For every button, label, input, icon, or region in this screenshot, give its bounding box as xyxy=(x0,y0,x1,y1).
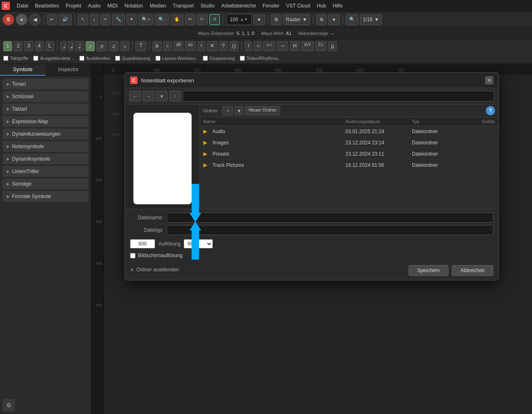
menu-transport[interactable]: Transport xyxy=(170,2,197,10)
file-row-presets[interactable]: Presets 23.12.2024 23:11 Dateiordner xyxy=(200,149,498,160)
browser-view-button[interactable]: ≡ xyxy=(222,106,233,115)
btn-arrow-left[interactable]: ◀ xyxy=(29,14,41,25)
btn-pointer[interactable]: ↖ xyxy=(78,14,88,25)
btn-speaker[interactable]: 🔊 xyxy=(59,14,71,25)
note-half[interactable]: 𝅘𝅥 xyxy=(68,41,74,51)
btn-circle[interactable]: ● xyxy=(16,14,27,25)
tab-inspector[interactable]: Inspector xyxy=(46,64,91,76)
tempo-counter[interactable]: 100 ▲▼ xyxy=(226,14,252,25)
acc-question[interactable]: ? xyxy=(219,41,228,51)
file-row-audio[interactable]: Audio 03.01.2025 21:24 Dateiordner xyxy=(200,126,498,137)
h-btn[interactable]: H xyxy=(290,41,299,51)
nav-forward-button[interactable]: → xyxy=(143,91,154,102)
panel-item-sonstige[interactable]: ▶ Sonstige xyxy=(2,178,89,189)
new-folder-button[interactable]: Neuer Ordner xyxy=(245,106,280,115)
nav-dropdown-button[interactable]: ▾ xyxy=(156,91,167,102)
screen-resolution-checkbox[interactable] xyxy=(130,253,135,258)
dialog-close-button[interactable]: ✕ xyxy=(485,76,493,84)
path-bar[interactable] xyxy=(182,91,494,102)
btn-eraser[interactable]: ✦ xyxy=(126,14,137,25)
menu-studio[interactable]: Studio xyxy=(197,2,218,10)
checkbox-ausblenden[interactable]: Ausblenden xyxy=(79,56,110,61)
menu-bearbeiten[interactable]: Bearbeiten xyxy=(32,2,62,10)
raster-dropdown[interactable]: Raster ▼ xyxy=(283,14,310,25)
menu-hilfe[interactable]: Hilfe xyxy=(329,2,346,10)
text-btn[interactable]: T xyxy=(135,41,146,51)
menu-vst-cloud[interactable]: VST Cloud xyxy=(283,2,314,10)
nav-back-button[interactable]: ← xyxy=(129,91,141,102)
acc-natural[interactable]: ♮ xyxy=(197,41,205,51)
file-row-images[interactable]: Images 23.12.2024 23:14 Dateiordner xyxy=(200,137,498,149)
panel-item-schluessel[interactable]: ▶ Schlüssel xyxy=(2,91,89,102)
sharp-c-btn[interactable]: C♯ xyxy=(315,41,326,51)
menu-fenster[interactable]: Fenster xyxy=(259,2,283,10)
btn-playhead[interactable]: ⊢ xyxy=(197,14,208,25)
checkbox-teilen[interactable]: Teilen/Rhythmu.. xyxy=(240,56,281,61)
checkbox-taktgriffe[interactable]: Taktgriffe xyxy=(3,56,28,61)
browser-view-dropdown[interactable]: ▼ xyxy=(235,106,243,115)
help-button[interactable]: ? xyxy=(486,106,495,115)
tab-symbole[interactable]: Symbole xyxy=(0,64,46,76)
btn-metronome-arrow[interactable]: ▼ xyxy=(254,14,265,25)
lr-arrow[interactable]: ↔ xyxy=(277,41,288,51)
panel-item-dynamiksymbole[interactable]: ▶ Dynamiksymbole xyxy=(2,154,89,164)
acc-paren[interactable]: () xyxy=(229,41,239,51)
checkbox-gruppierung[interactable]: Gruppierung xyxy=(203,56,235,61)
panel-item-taktart[interactable]: ▶ Taktart xyxy=(2,104,89,114)
gear-button[interactable]: ⚙ xyxy=(2,399,15,412)
btn-raster-icon[interactable]: ⊞ xyxy=(271,14,281,25)
screen-resolution-row[interactable]: Bildschirmauflösung xyxy=(130,253,493,258)
page-btn-4[interactable]: 4 xyxy=(35,41,44,51)
btn-pencil[interactable]: ✏ xyxy=(185,14,195,25)
acc-no[interactable]: no xyxy=(185,41,195,51)
acc-off[interactable]: off xyxy=(173,41,184,51)
note-whole[interactable]: 𝅗𝅥 xyxy=(60,41,66,51)
file-row-track-pictures[interactable]: Track Pictures 16.12.2024 01:56 Dateiord… xyxy=(200,160,498,171)
acc-flat[interactable]: ♭ xyxy=(163,41,172,51)
sixteenth-r[interactable]: ♬♫ xyxy=(263,41,275,51)
btn-grid-dropdown[interactable]: ▼ xyxy=(328,14,340,25)
cancel-button[interactable]: Abbrechen xyxy=(452,265,493,276)
btn-grid-icon[interactable]: ⊞ xyxy=(316,14,327,25)
u-btn[interactable]: u xyxy=(328,41,337,51)
grid-value-dropdown[interactable]: 1/16 ▼ xyxy=(360,14,382,25)
nav-up-button[interactable]: ↑ xyxy=(169,91,181,102)
btn-nudge-left[interactable]: ⇤ xyxy=(47,14,57,25)
panel-item-tonart[interactable]: ▶ Tonart xyxy=(2,79,89,89)
btn-search-icon[interactable]: 🔍 xyxy=(346,14,358,25)
menu-projekt[interactable]: Projekt xyxy=(62,2,84,10)
note-eighth[interactable]: ♪ xyxy=(86,41,95,51)
acc-doubleflat[interactable]: 𝄫 xyxy=(153,41,162,51)
btn-s[interactable]: S xyxy=(2,14,14,25)
menu-datei[interactable]: Datei xyxy=(13,2,32,10)
panel-item-dynamikzuweisungen[interactable]: ▶ Dynamikzuweisungen xyxy=(2,129,89,139)
panel-item-formale-symbole[interactable]: ▶ Formale Symbole xyxy=(2,191,89,202)
page-btn-L[interactable]: L xyxy=(45,41,54,51)
btn-zoom-out[interactable]: 🔍- xyxy=(155,14,169,25)
btn-glue[interactable]: 🔧 xyxy=(112,14,125,25)
btn-loop[interactable]: ↺ xyxy=(209,14,220,25)
save-button[interactable]: Speichern xyxy=(409,265,448,276)
btn-zoom[interactable]: 🔍+ xyxy=(138,14,153,25)
page-btn-1[interactable]: 1 xyxy=(3,41,12,51)
panel-item-expression-map[interactable]: ▶ Expression-Map xyxy=(2,116,89,127)
panel-item-notensymbole[interactable]: ▶ Notensymbole xyxy=(2,141,89,152)
col-name[interactable]: Name xyxy=(203,119,345,124)
folder-toggle[interactable]: ∧ Ordner ausblenden xyxy=(130,266,179,273)
checkbox-ausgeblendete[interactable]: Ausgeblendete .. xyxy=(33,56,74,61)
menu-audio[interactable]: Audio xyxy=(84,2,104,10)
btn-scissors[interactable]: ✂ xyxy=(100,14,111,25)
info-btn[interactable]: i xyxy=(245,41,252,51)
menu-medien[interactable]: Medien xyxy=(146,2,169,10)
menu-midi[interactable]: MIDI xyxy=(104,2,121,10)
checkbox-layout[interactable]: Layout-Werkzeu.. xyxy=(155,56,198,61)
dateityp-input[interactable] xyxy=(167,225,493,235)
panel-item-linien-triller[interactable]: ▶ Linien/Triller xyxy=(2,166,89,177)
acc-sharp[interactable]: ✕ xyxy=(207,41,217,51)
menu-hub[interactable]: Hub xyxy=(313,2,329,10)
btn-hand[interactable]: ✋ xyxy=(171,14,183,25)
page-btn-2[interactable]: 2 xyxy=(14,41,22,51)
note-sixtyfourth[interactable]: ♭ xyxy=(121,41,129,51)
note-sixteenth[interactable]: ♬ xyxy=(96,41,107,51)
xy-btn[interactable]: X/Y xyxy=(301,41,314,51)
